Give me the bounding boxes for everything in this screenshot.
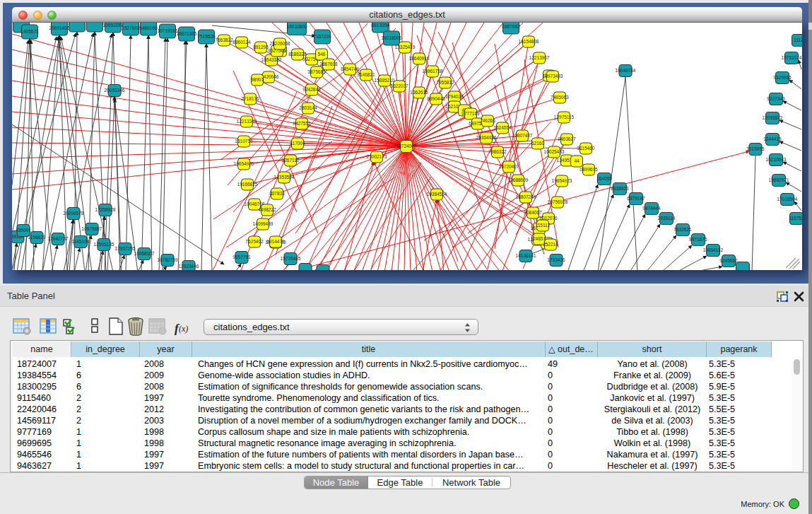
svg-text:9242848: 9242848 <box>302 87 321 92</box>
svg-text:9474444: 9474444 <box>642 206 661 211</box>
svg-text:12942737: 12942737 <box>48 236 69 241</box>
svg-text:16961758: 16961758 <box>423 69 443 74</box>
svg-text:891295: 891295 <box>253 45 269 49</box>
svg-text:1244415: 1244415 <box>763 136 782 141</box>
svg-text:9115460: 9115460 <box>577 146 595 151</box>
svg-text:16543382: 16543382 <box>261 57 282 62</box>
svg-text:2803144: 2803144 <box>299 105 317 110</box>
svg-text:7357224: 7357224 <box>313 34 331 39</box>
svg-text:3215955: 3215955 <box>746 146 765 151</box>
svg-text:252214: 252214 <box>543 242 558 247</box>
svg-text:19384554: 19384554 <box>427 192 447 197</box>
svg-text:7485063: 7485063 <box>551 95 569 100</box>
svg-text:5322037: 5322037 <box>390 83 408 88</box>
svg-text:2718176: 2718176 <box>241 96 259 101</box>
svg-text:3267110: 3267110 <box>282 158 300 163</box>
svg-text:2887682: 2887682 <box>502 24 520 29</box>
svg-text:9227343: 9227343 <box>767 96 785 101</box>
svg-text:15751074: 15751074 <box>782 55 802 60</box>
svg-text:14136141: 14136141 <box>516 253 536 258</box>
svg-text:6466160: 6466160 <box>139 25 158 30</box>
svg-text:1527602: 1527602 <box>122 25 140 30</box>
svg-text:0899695: 0899695 <box>579 167 598 172</box>
svg-text:12353594: 12353594 <box>274 175 295 180</box>
svg-text:9463627: 9463627 <box>558 136 576 141</box>
svg-text:19218506: 19218506 <box>382 35 402 40</box>
svg-text:10653287: 10653287 <box>103 23 124 28</box>
svg-text:15720407: 15720407 <box>499 164 519 169</box>
svg-text:7663822: 7663822 <box>215 37 233 42</box>
svg-text:8454749: 8454749 <box>341 66 359 71</box>
svg-text:10688609: 10688609 <box>508 177 529 182</box>
svg-text:19756928: 19756928 <box>548 199 568 204</box>
svg-text:20053346: 20053346 <box>105 88 125 93</box>
svg-text:1112: 1112 <box>794 37 802 42</box>
svg-text:6794028: 6794028 <box>445 94 464 99</box>
svg-text:12213309: 12213309 <box>237 119 257 124</box>
svg-text:1733426: 1733426 <box>547 257 565 262</box>
svg-text:4498222: 4498222 <box>258 207 276 212</box>
svg-text:16154808: 16154808 <box>519 39 539 44</box>
svg-text:16033809: 16033809 <box>287 24 307 29</box>
svg-text:8186328: 8186328 <box>288 52 307 57</box>
svg-text:7625402: 7625402 <box>245 239 264 244</box>
svg-text:10975887: 10975887 <box>82 226 102 231</box>
svg-text:116753: 116753 <box>789 216 802 221</box>
svg-text:20206578: 20206578 <box>64 211 84 216</box>
svg-text:19654923: 19654923 <box>552 178 572 183</box>
svg-text:12505135: 12505135 <box>94 242 114 247</box>
svg-text:9146821: 9146821 <box>357 72 375 77</box>
svg-text:12923446: 12923446 <box>179 264 199 269</box>
svg-text:(x): (x) <box>179 324 188 334</box>
svg-text:164095: 164095 <box>596 176 612 181</box>
svg-text:15885210: 15885210 <box>375 78 395 83</box>
svg-text:9245652: 9245652 <box>719 258 738 263</box>
svg-text:546: 546 <box>318 52 326 57</box>
svg-text:18724007: 18724007 <box>396 144 417 148</box>
svg-text:19166825: 19166825 <box>237 182 258 187</box>
svg-text:6914479: 6914479 <box>266 239 285 244</box>
svg-text:887833: 887833 <box>269 191 285 196</box>
svg-text:23002173: 23002173 <box>367 154 387 159</box>
svg-text:20691406: 20691406 <box>49 25 70 30</box>
svg-text:7955812: 7955812 <box>436 80 454 85</box>
svg-text:7515526: 7515526 <box>197 34 216 39</box>
svg-text:16648784: 16648784 <box>616 68 636 73</box>
svg-text:10973493: 10973493 <box>543 74 563 78</box>
svg-text:10654112: 10654112 <box>703 247 724 252</box>
svg-text:44: 44 <box>574 158 579 163</box>
svg-text:8938923: 8938923 <box>611 186 629 191</box>
svg-text:17359928: 17359928 <box>95 207 116 212</box>
svg-text:7632621: 7632621 <box>673 227 692 232</box>
svg-text:18640910: 18640910 <box>409 56 430 61</box>
svg-text:16782759: 16782759 <box>158 257 178 262</box>
svg-text:98901: 98901 <box>251 77 264 82</box>
svg-text:13325419: 13325419 <box>395 45 416 49</box>
svg-text:24851: 24851 <box>533 236 546 241</box>
svg-text:6879197: 6879197 <box>627 196 645 201</box>
svg-text:2935114: 2935114 <box>658 216 676 221</box>
svg-text:8813054: 8813054 <box>371 23 389 28</box>
svg-text:1145194: 1145194 <box>72 239 90 244</box>
svg-text:7986322: 7986322 <box>488 149 507 154</box>
svg-text:3624554: 3624554 <box>493 125 512 130</box>
svg-text:17016504: 17016504 <box>777 197 798 201</box>
svg-text:3875685: 3875685 <box>307 69 326 74</box>
svg-text:2867608: 2867608 <box>319 62 338 66</box>
svg-text:18807249: 18807249 <box>516 194 536 199</box>
svg-text:1156829: 1156829 <box>28 235 46 240</box>
svg-text:16671385: 16671385 <box>177 31 197 36</box>
svg-text:8990448: 8990448 <box>427 96 445 101</box>
svg-text:435001: 435001 <box>16 228 31 233</box>
svg-text:9084067: 9084067 <box>524 210 542 215</box>
svg-text:10025433: 10025433 <box>544 149 565 154</box>
svg-text:15716485: 15716485 <box>281 256 301 261</box>
svg-text:9777169: 9777169 <box>461 111 480 116</box>
svg-text:12213967: 12213967 <box>529 55 550 60</box>
svg-text:746266: 746266 <box>480 118 495 123</box>
svg-text:9657791: 9657791 <box>233 255 251 259</box>
svg-text:115112: 115112 <box>536 223 551 228</box>
svg-text:8960124: 8960124 <box>233 40 251 45</box>
svg-text:1362615: 1362615 <box>410 90 428 95</box>
svg-text:23226058: 23226058 <box>270 41 290 46</box>
